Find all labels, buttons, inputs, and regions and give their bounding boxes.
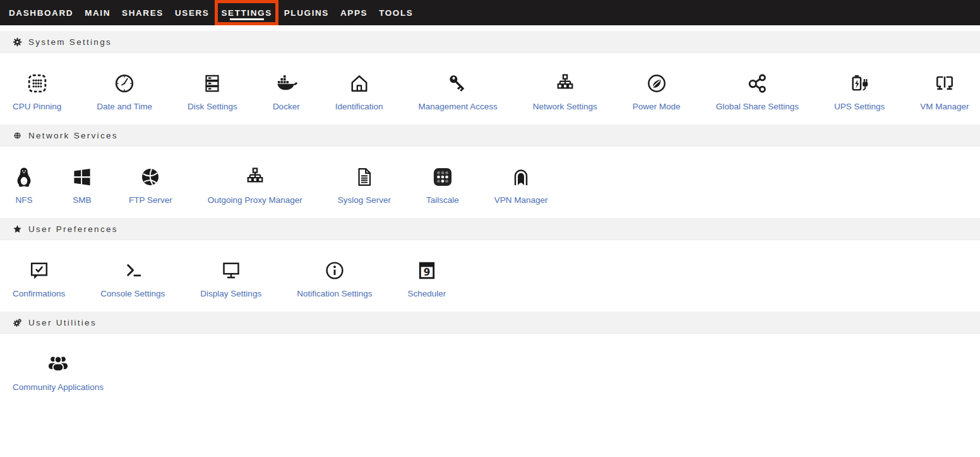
settings-item-management-access[interactable]: Management Access — [418, 72, 497, 111]
nav-tab-label: USERS — [175, 8, 210, 18]
nav-tab-shares[interactable]: SHARES — [116, 0, 169, 25]
settings-item-global-share-settings[interactable]: Global Share Settings — [716, 72, 799, 111]
settings-item-label: Network Settings — [533, 102, 597, 111]
section-title: User Utilities — [28, 318, 97, 327]
settings-item-display-settings[interactable]: Display Settings — [200, 259, 261, 298]
nav-tab-users[interactable]: USERS — [169, 0, 215, 25]
section-title: Network Services — [28, 131, 118, 140]
section-header-system-settings: System Settings — [0, 31, 980, 53]
file-lines-icon — [353, 166, 376, 188]
settings-item-label: Disk Settings — [188, 102, 237, 111]
settings-item-confirmations[interactable]: Confirmations — [13, 259, 65, 298]
section-user-preferences: User PreferencesConfirmationsConsole Set… — [0, 218, 980, 312]
info-circle-icon — [323, 259, 346, 282]
settings-page: System SettingsCPU PinningDate and TimeD… — [0, 25, 980, 405]
gear-icon — [13, 37, 22, 47]
settings-item-community-applications[interactable]: Community Applications — [13, 353, 104, 392]
star-icon — [13, 224, 22, 234]
section-items: ConfirmationsConsole SettingsDisplay Set… — [0, 240, 980, 312]
settings-item-label: Community Applications — [13, 382, 104, 392]
sitemap-icon — [554, 72, 577, 95]
settings-item-label: Scheduler — [407, 289, 446, 298]
settings-item-syslog-server[interactable]: Syslog Server — [338, 166, 391, 205]
settings-item-docker[interactable]: Docker — [273, 72, 300, 111]
check-bubble-icon — [28, 259, 51, 282]
section-items: NFSSMBFTP ServerOutgoing Proxy ManagerSy… — [0, 147, 980, 218]
server-stack-icon — [201, 72, 224, 95]
nav-tab-apps[interactable]: APPS — [335, 0, 373, 25]
nav-tab-label: PLUGINS — [284, 8, 329, 18]
nav-tab-tools[interactable]: TOOLS — [373, 0, 419, 25]
settings-item-label: Power Mode — [633, 102, 681, 111]
nav-tab-label: DASHBOARD — [9, 8, 73, 18]
settings-item-scheduler[interactable]: Scheduler — [407, 259, 446, 298]
nav-tab-label: TOOLS — [379, 8, 413, 18]
settings-item-label: Tailscale — [426, 195, 459, 205]
home-icon — [348, 72, 371, 95]
globe-solid-icon — [139, 166, 162, 188]
clock-icon — [113, 72, 136, 95]
section-header-user-preferences: User Preferences — [0, 218, 980, 240]
section-items: Community Applications — [0, 334, 980, 405]
section-network-services: Network ServicesNFSSMBFTP ServerOutgoing… — [0, 125, 980, 218]
settings-item-label: VPN Manager — [494, 195, 548, 205]
gears-icon — [13, 318, 22, 327]
share-nodes-icon — [746, 72, 768, 95]
ups-battery-icon — [848, 72, 871, 95]
settings-item-label: Console Settings — [100, 289, 165, 298]
section-user-utilities: User UtilitiesCommunity Applications — [0, 312, 980, 405]
settings-item-power-mode[interactable]: Power Mode — [633, 72, 681, 111]
settings-item-date-and-time[interactable]: Date and Time — [97, 72, 152, 111]
section-system-settings: System SettingsCPU PinningDate and TimeD… — [0, 31, 980, 125]
settings-item-network-settings[interactable]: Network Settings — [533, 72, 597, 111]
settings-item-label: UPS Settings — [834, 102, 885, 111]
settings-item-label: Confirmations — [13, 289, 65, 298]
settings-item-label: Identification — [335, 102, 383, 111]
settings-item-cpu-pinning[interactable]: CPU Pinning — [13, 72, 61, 111]
microchip-icon — [26, 72, 49, 95]
settings-item-outgoing-proxy-manager[interactable]: Outgoing Proxy Manager — [208, 166, 302, 205]
settings-item-console-settings[interactable]: Console Settings — [100, 259, 165, 298]
settings-item-disk-settings[interactable]: Disk Settings — [188, 72, 237, 111]
users-group-icon — [47, 353, 69, 375]
settings-item-smb[interactable]: SMB — [71, 166, 93, 205]
settings-item-tailscale[interactable]: Tailscale — [426, 166, 459, 205]
nav-tab-dashboard[interactable]: DASHBOARD — [3, 0, 79, 25]
settings-item-label: Display Settings — [200, 289, 261, 298]
sitemap-icon — [244, 166, 266, 188]
main-nav: DASHBOARDMAINSHARESUSERSSETTINGSPLUGINSA… — [0, 0, 980, 25]
settings-item-ftp-server[interactable]: FTP Server — [129, 166, 172, 205]
section-header-network-services: Network Services — [0, 125, 980, 147]
vm-screens-icon — [933, 72, 956, 95]
windows-icon — [71, 166, 93, 188]
section-title: User Preferences — [28, 224, 118, 234]
docker-icon — [275, 72, 297, 95]
settings-item-ups-settings[interactable]: UPS Settings — [834, 72, 885, 111]
nav-tab-label: SHARES — [122, 8, 164, 18]
settings-item-label: VM Manager — [920, 102, 969, 111]
settings-item-label: NFS — [16, 195, 33, 205]
globe-icon — [13, 131, 22, 140]
settings-item-label: CPU Pinning — [13, 102, 61, 111]
settings-item-label: Management Access — [418, 102, 497, 111]
terminal-icon — [121, 259, 144, 282]
nav-tab-settings[interactable]: SETTINGS — [215, 0, 278, 25]
nav-tab-label: APPS — [340, 8, 368, 18]
nav-tab-main[interactable]: MAIN — [79, 0, 116, 25]
settings-item-vm-manager[interactable]: VM Manager — [920, 72, 969, 111]
settings-item-label: Notification Settings — [297, 289, 372, 298]
leaf-circle-icon — [645, 72, 668, 95]
nav-tab-plugins[interactable]: PLUGINS — [278, 0, 335, 25]
calendar-icon — [415, 259, 438, 282]
active-tab-underline — [230, 18, 264, 20]
tailscale-icon — [431, 166, 454, 188]
settings-item-vpn-manager[interactable]: VPN Manager — [494, 166, 548, 205]
vpn-arch-icon — [510, 166, 532, 188]
section-title: System Settings — [28, 37, 112, 47]
settings-item-nfs[interactable]: NFS — [13, 166, 35, 205]
section-header-user-utilities: User Utilities — [0, 312, 980, 334]
settings-item-identification[interactable]: Identification — [335, 72, 383, 111]
settings-item-label: FTP Server — [129, 195, 172, 205]
settings-item-notification-settings[interactable]: Notification Settings — [297, 259, 372, 298]
settings-item-label: Date and Time — [97, 102, 152, 111]
